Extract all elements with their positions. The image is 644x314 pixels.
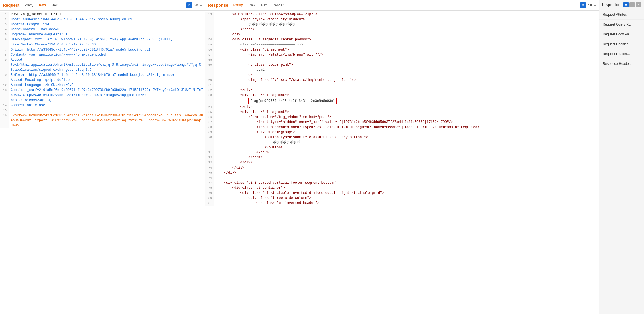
copy-icon[interactable]: ⧉ bbox=[186, 2, 192, 8]
table-row: 80 <div class="three wide column"> bbox=[205, 195, 599, 201]
table-row: 71 </div> bbox=[205, 150, 599, 155]
table-row: 58 bbox=[205, 57, 599, 62]
table-row: 57 <img src="/static/img/b.png" alt=""/> bbox=[205, 52, 599, 57]
table-row: </p> bbox=[205, 72, 599, 78]
table-row: <span style="visibility:hidden"> bbox=[205, 17, 599, 22]
table-row: 15 bbox=[0, 108, 205, 113]
table-row: 74 </div> bbox=[205, 165, 599, 170]
table-row: 65 <div class="ui segment"> bbox=[205, 110, 599, 115]
tab-request-pretty[interactable]: Pretty bbox=[22, 3, 35, 8]
inspector-item-request-cookies[interactable]: Request Cookies bbox=[599, 39, 644, 49]
table-row: 16 _xsrf=2%7C2d0c35f4%7Cd1809d64b1ae192d… bbox=[0, 113, 205, 128]
table-row: 9 Accept: text/html,application/xhtml+xm… bbox=[0, 57, 205, 72]
ln-toggle-response[interactable]: \n bbox=[588, 2, 592, 8]
inspector-item-request-query[interactable]: Request Query P... bbox=[599, 20, 644, 29]
tab-response-raw[interactable]: Raw bbox=[246, 3, 258, 8]
table-row: 78 <div class="ui container"> bbox=[205, 185, 599, 190]
table-row: 77 <div class="ui inverted vertical foot… bbox=[205, 180, 599, 185]
table-row: 64 </div> bbox=[205, 104, 599, 110]
table-row: 12 Accept-Language: zh-CN,zh;q=0.9 bbox=[0, 83, 205, 88]
table-row: </button> bbox=[205, 145, 599, 150]
table-row: 6 User-Agent: Mozilla/5.0 (Windows NT 10… bbox=[0, 37, 205, 47]
window-btn-minimize[interactable]: — bbox=[629, 2, 635, 7]
table-row: 10 Referer: http://a33649c7-1b4d-446e-8c… bbox=[0, 72, 205, 78]
tab-request-hex[interactable]: Hex bbox=[49, 3, 60, 8]
table-row: 1 POST /b1g_m4mber HTTP/1.1 bbox=[0, 12, 205, 17]
table-row: </a> bbox=[205, 32, 599, 37]
inspector-title: Inspector bbox=[602, 3, 620, 7]
table-row: 54 <div class="ui segments center padddd… bbox=[205, 37, 599, 42]
inspector-item-response-headers[interactable]: Response Heade... bbox=[599, 59, 644, 69]
table-row: ボボボボボボボボ bbox=[205, 140, 599, 145]
response-tabs: Pretty Raw Hex Render bbox=[231, 2, 580, 8]
inspector-panel: Inspector ■ — ✕ Request Attribu... Reque… bbox=[599, 0, 644, 314]
copy-icon-response[interactable]: ⧉ bbox=[580, 2, 586, 8]
tab-request-raw[interactable]: Raw bbox=[37, 2, 48, 8]
table-row: 14 Connection: close bbox=[0, 103, 205, 108]
table-row: 81 <h4 class="ui inverted header"> bbox=[205, 201, 599, 206]
flag-line: flag{dc9f956f-4485-4b2f-8431-12e3e8a6c03… bbox=[205, 98, 599, 104]
table-row: 76 bbox=[205, 175, 599, 180]
table-row: 62 </div> bbox=[205, 88, 599, 93]
request-title: Request bbox=[3, 3, 19, 8]
window-controls: ■ — ✕ bbox=[623, 2, 641, 7]
table-row: 68 <input hidden="hidden" type="text" cl… bbox=[205, 125, 599, 130]
response-header: Response Pretty Raw Hex Render ⧉ \n ≡ bbox=[205, 0, 599, 11]
table-row: 69 <div class="group"> bbox=[205, 130, 599, 135]
table-row: 73 </div> bbox=[205, 160, 599, 165]
table-row: ボボボボボボボボボボボボボボ bbox=[205, 22, 599, 27]
table-row: 11 Accept-Encoding: gzip, deflate bbox=[0, 78, 205, 83]
response-panel: Response Pretty Raw Hex Render ⧉ \n ≡ 53… bbox=[205, 0, 599, 314]
table-row: 4 Cache-Control: max-age=0 bbox=[0, 27, 205, 32]
table-row: admin bbox=[205, 67, 599, 72]
table-row: </span> bbox=[205, 27, 599, 32]
table-row: 13 Cookie: _xsrf=2|61a5cf6e|9d2967fefd07… bbox=[0, 88, 205, 103]
window-btn-close[interactable]: ✕ bbox=[636, 2, 641, 7]
request-header: Request Pretty Raw Hex ⧉ \n ≡ bbox=[0, 0, 205, 11]
response-body: 53 <a href="/static/asd1f654e683wq/www.z… bbox=[205, 11, 599, 314]
request-body: 1 POST /b1g_m4mber HTTP/1.1 2 Host: a336… bbox=[0, 11, 205, 314]
ln-toggle[interactable]: \n bbox=[194, 2, 199, 8]
response-toolbar: ⧉ \n ≡ bbox=[580, 2, 596, 8]
window-btn-restore[interactable]: ■ bbox=[623, 2, 629, 7]
table-row: 3 Content-Length: 194 bbox=[0, 22, 205, 27]
request-tabs: Pretty Raw Hex bbox=[22, 2, 186, 8]
table-row: 61 bbox=[205, 83, 599, 88]
flag-value: flag{dc9f956f-4485-4b2f-8431-12e3e8a6c03… bbox=[248, 98, 337, 104]
table-row: 8 Content-Type: application/x-www-form-u… bbox=[0, 52, 205, 57]
response-title: Response bbox=[208, 3, 228, 8]
table-row: 63 <div class="ui segment"> bbox=[205, 93, 599, 98]
table-row: 79 <div class="ui stackable inverted div… bbox=[205, 190, 599, 195]
inspector-item-request-body[interactable]: Request Body Pa... bbox=[599, 29, 644, 39]
table-row: 59 <p class="color_pink"> bbox=[205, 62, 599, 67]
table-row: 5 Upgrade-Insecure-Requests: 1 bbox=[0, 32, 205, 37]
request-panel: Request Pretty Raw Hex ⧉ \n ≡ 1 POST /b1… bbox=[0, 0, 205, 314]
table-row: 55 <!-- ■■*■■■■■■■■■■■■■■■■■■■ --> bbox=[205, 42, 599, 47]
table-row: 72 </form> bbox=[205, 155, 599, 160]
table-row: 67 <input type="hidden" name="_xsrf" val… bbox=[205, 120, 599, 125]
tab-response-pretty[interactable]: Pretty bbox=[231, 2, 245, 8]
menu-icon-response[interactable]: ≡ bbox=[594, 2, 596, 8]
inspector-header: Inspector ■ — ✕ bbox=[599, 0, 644, 10]
table-row: 75 </div> bbox=[205, 170, 599, 175]
tab-response-hex[interactable]: Hex bbox=[259, 3, 269, 8]
table-row: 60 <img class="lv" src="/static/img/memb… bbox=[205, 78, 599, 83]
table-row: 56 <div class="ui segment"> bbox=[205, 47, 599, 52]
inspector-item-request-attribs[interactable]: Request Attribu... bbox=[599, 10, 644, 20]
table-row: 53 <a href="/static/asd1f654e683wq/www.z… bbox=[205, 12, 599, 17]
inspector-item-request-headers[interactable]: Request Header... bbox=[599, 49, 644, 59]
table-row: 7 Origin: http://a33649c7-1b4d-446e-8c90… bbox=[0, 47, 205, 52]
tab-response-render[interactable]: Render bbox=[270, 3, 286, 8]
table-row: 2 Host: a33649c7-1b4d-446e-8c90-38184467… bbox=[0, 17, 205, 22]
table-row: 70 <button type="submit" class="ui secon… bbox=[205, 135, 599, 140]
request-toolbar: ⧉ \n ≡ bbox=[186, 2, 202, 8]
table-row: 66 <form action="/b1g_m4mber" method="po… bbox=[205, 115, 599, 120]
menu-icon[interactable]: ≡ bbox=[200, 2, 202, 8]
